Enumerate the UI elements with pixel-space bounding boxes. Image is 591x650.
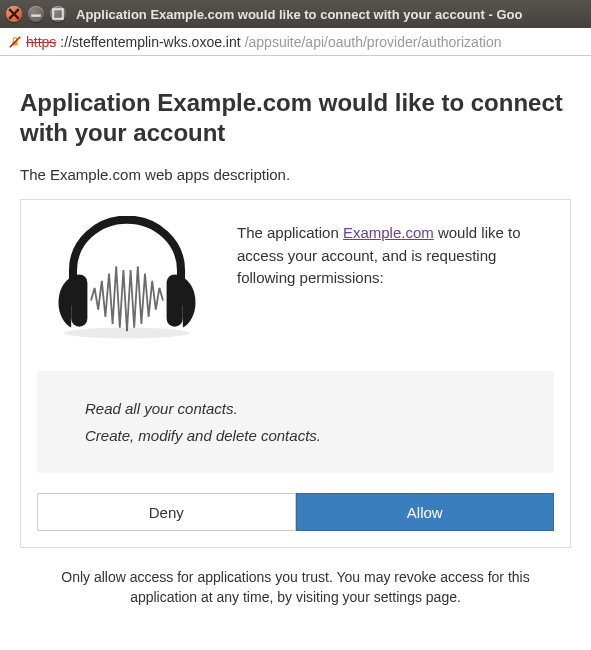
consent-intro-pre: The application <box>237 224 343 241</box>
allow-button-label: Allow <box>407 504 443 521</box>
window-titlebar: Application Example.com would like to co… <box>0 0 591 28</box>
permission-item: Create, modify and delete contacts. <box>85 422 522 449</box>
window-title: Application Example.com would like to co… <box>72 7 585 22</box>
url-host: ://steffentemplin-wks.oxoe.int <box>60 34 240 50</box>
footer-note: Only allow access for applications you t… <box>20 568 571 607</box>
button-row: Deny Allow <box>37 493 554 531</box>
page-heading: Application Example.com would like to co… <box>20 88 571 148</box>
deny-button-label: Deny <box>149 504 184 521</box>
svg-rect-4 <box>167 275 183 327</box>
window-close-button[interactable] <box>6 6 22 22</box>
page-content: Application Example.com would like to co… <box>0 56 591 650</box>
svg-line-2 <box>10 36 21 47</box>
window-maximize-button[interactable] <box>50 6 66 22</box>
app-link[interactable]: Example.com <box>343 224 434 241</box>
permissions-box: Read all your contacts. Create, modify a… <box>37 371 554 473</box>
window-minimize-button[interactable] <box>28 6 44 22</box>
consent-intro: The application Example.com would like t… <box>237 216 554 290</box>
page-description: The Example.com web apps description. <box>20 166 571 183</box>
consent-panel: The application Example.com would like t… <box>20 199 571 548</box>
app-icon <box>37 216 217 345</box>
permission-item: Read all your contacts. <box>85 395 522 422</box>
address-bar[interactable]: https://steffentemplin-wks.oxoe.int/apps… <box>0 28 591 56</box>
url-scheme: https <box>26 34 56 50</box>
deny-button[interactable]: Deny <box>37 493 296 531</box>
svg-rect-0 <box>53 9 63 19</box>
svg-rect-3 <box>71 275 87 327</box>
svg-point-5 <box>64 328 190 339</box>
ssl-warning-icon <box>8 35 22 49</box>
allow-button[interactable]: Allow <box>296 493 555 531</box>
url-path: /appsuite/api/oauth/provider/authorizati… <box>245 34 502 50</box>
